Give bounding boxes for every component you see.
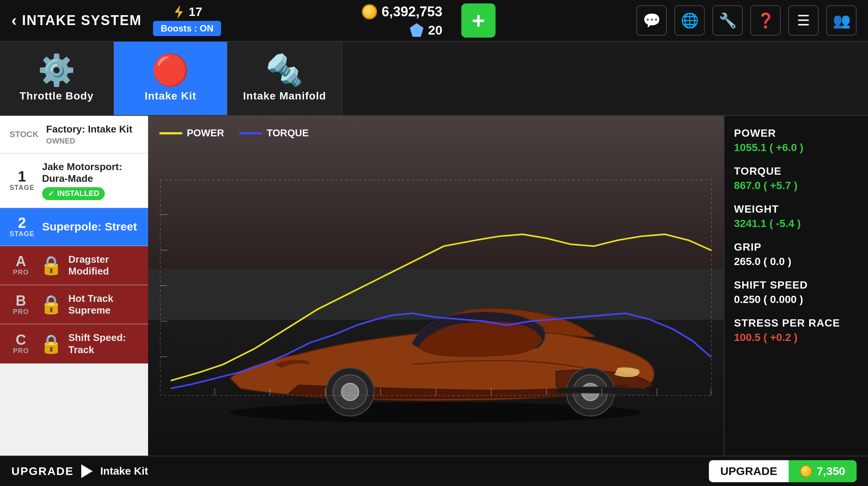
coin-icon: [362, 4, 377, 19]
pro-b-label: PRO: [13, 308, 29, 316]
stat-shift-speed-label: SHIFT SPEED: [734, 279, 859, 291]
chat-button[interactable]: 💬: [636, 5, 667, 36]
tab-intake-kit[interactable]: 🔴 Intake Kit: [114, 42, 228, 115]
owned-badge: OWNED: [46, 137, 139, 145]
stat-weight-value: 3241.1 ( -5.4 ): [734, 218, 859, 230]
stock-stage-label: STOCK: [9, 129, 39, 139]
menu-button[interactable]: ☰: [788, 5, 819, 36]
pro-c-num: C: [16, 333, 26, 347]
upgrade-name-pro-b: Hot Track Supreme: [68, 293, 139, 316]
pro-c-badge: C PRO: [9, 333, 32, 355]
pro-a-badge: A PRO: [9, 254, 32, 276]
lightning-badge: 17: [172, 5, 202, 19]
chart-legend: POWER TORQUE: [159, 127, 712, 139]
stage2-label: STAGE: [9, 230, 35, 238]
lock-icon-container-a: 🔒: [40, 255, 63, 276]
upgrade-item-name: Intake Kit: [100, 465, 148, 477]
stat-grip-label: GRIP: [734, 241, 859, 253]
page-title: INTAKE SYSTEM: [22, 13, 142, 28]
chart-svg: [159, 150, 712, 425]
globe-button[interactable]: 🌐: [674, 5, 705, 36]
globe-icon: 🌐: [681, 12, 699, 29]
upgrade-item-pro-b[interactable]: B PRO 🔒 Hot Track Supreme: [0, 285, 148, 324]
upgrade-item-stage2[interactable]: 2 STAGE Superpole: Street: [0, 208, 148, 246]
stats-panel: POWER 1055.1 ( +6.0 ) TORQUE 867.0 ( +5.…: [724, 116, 868, 456]
header-center: 6,392,753 20 +: [362, 3, 496, 38]
stat-stress-value: 100.5 ( +0.2 ): [734, 331, 859, 344]
upgrade-item-pro-a[interactable]: A PRO 🔒 Dragster Modified: [0, 246, 148, 285]
social-button[interactable]: 👥: [826, 5, 857, 36]
upgrade-label-section: UPGRADE Intake Kit: [11, 464, 148, 478]
diamonds-value: 20: [428, 23, 442, 38]
upgrade-text: UPGRADE: [11, 465, 74, 478]
stat-shift-speed-value: 0.250 ( 0.000 ): [734, 293, 859, 306]
stat-power: POWER 1055.1 ( +6.0 ): [734, 127, 859, 154]
pro-c-label: PRO: [13, 347, 29, 355]
back-button[interactable]: ‹ INTAKE SYSTEM: [11, 11, 142, 30]
stat-stress: STRESS PER RACE 100.5 ( +0.2 ): [734, 317, 859, 344]
stage2-num: 2: [18, 216, 26, 230]
price-coin-icon: [800, 465, 812, 477]
upgrade-price-section[interactable]: UPGRADE 7,350: [709, 460, 857, 482]
upgrade-name-stock: Factory: Intake Kit: [46, 123, 139, 135]
back-arrow-icon: ‹: [11, 11, 17, 30]
lightning-count: 17: [189, 5, 202, 19]
menu-icon: ☰: [797, 12, 810, 29]
upgrade-info-pro-c: Shift Speed: Track: [68, 332, 139, 355]
power-legend-item: POWER: [159, 127, 224, 139]
torque-legend-label: TORQUE: [267, 127, 309, 139]
help-button[interactable]: ❓: [750, 5, 781, 36]
car-view: POWER TORQUE: [148, 116, 724, 456]
boosts-button[interactable]: Boosts : ON: [153, 21, 221, 36]
upgrade-info-stage2: Superpole: Street: [42, 220, 139, 234]
tab-intake-manifold[interactable]: 🔩 Intake Manifold: [228, 42, 342, 115]
wrench-button[interactable]: 🔧: [712, 5, 743, 36]
stat-stress-label: STRESS PER RACE: [734, 317, 859, 329]
stat-weight: WEIGHT 3241.1 ( -5.4 ): [734, 203, 859, 230]
checkmark-icon: ✓: [48, 189, 54, 198]
torque-legend-item: TORQUE: [239, 127, 309, 139]
play-icon: [81, 464, 93, 478]
stat-power-label: POWER: [734, 127, 859, 139]
wrench-icon: 🔧: [719, 12, 737, 29]
stage1-badge: 1 STAGE: [9, 169, 35, 192]
price-tag: 7,350: [789, 460, 857, 482]
diamonds-display: 20: [410, 23, 442, 38]
upgrade-item-pro-c[interactable]: C PRO 🔒 Shift Speed: Track: [0, 324, 148, 363]
intake-manifold-icon: 🔩: [265, 55, 303, 85]
tabs-row: ⚙️ Throttle Body 🔴 Intake Kit 🔩 Intake M…: [0, 42, 868, 116]
power-legend-label: POWER: [187, 127, 224, 139]
tab-throttle-body[interactable]: ⚙️ Throttle Body: [0, 42, 114, 115]
upgrade-info-pro-a: Dragster Modified: [68, 254, 139, 277]
upgrade-button[interactable]: UPGRADE: [709, 460, 789, 482]
stat-torque-label: TORQUE: [734, 165, 859, 177]
header-left: ‹ INTAKE SYSTEM 17 Boosts : ON: [11, 5, 221, 36]
coins-value: 6,392,753: [382, 4, 442, 20]
upgrade-item-stage1[interactable]: 1 STAGE Jake Motorsport: Dura-Made ✓ INS…: [0, 153, 148, 208]
boost-section: 17 Boosts : ON: [153, 5, 221, 36]
svg-rect-7: [160, 180, 712, 396]
diamond-icon: [410, 23, 423, 37]
price-value: 7,350: [817, 465, 845, 478]
lock-icon-c: 🔒: [40, 333, 63, 355]
stage1-num: 1: [18, 169, 26, 184]
main-layout: STOCK Factory: Intake Kit OWNED 1 STAGE …: [0, 116, 868, 456]
upgrade-name-pro-c: Shift Speed: Track: [68, 332, 139, 355]
upgrade-item-stock[interactable]: STOCK Factory: Intake Kit OWNED: [0, 116, 148, 153]
stage1-label: STAGE: [9, 184, 35, 192]
stat-grip-value: 265.0 ( 0.0 ): [734, 256, 859, 268]
add-currency-button[interactable]: +: [461, 3, 496, 38]
upgrade-info-pro-b: Hot Track Supreme: [68, 293, 139, 316]
stage2-badge: 2 STAGE: [9, 216, 35, 238]
stat-torque-value: 867.0 ( +5.7 ): [734, 180, 859, 192]
upgrade-name-pro-a: Dragster Modified: [68, 254, 139, 277]
power-legend-line: [159, 132, 182, 134]
installed-label: INSTALLED: [57, 189, 99, 198]
header: ‹ INTAKE SYSTEM 17 Boosts : ON 6,392,753…: [0, 0, 868, 42]
stat-weight-label: WEIGHT: [734, 203, 859, 215]
stat-shift-speed: SHIFT SPEED 0.250 ( 0.000 ): [734, 279, 859, 306]
upgrade-info-stock: Factory: Intake Kit OWNED: [46, 123, 139, 145]
question-icon: ❓: [757, 12, 775, 29]
upgrade-name-stage1: Jake Motorsport: Dura-Made: [42, 161, 139, 185]
tab-intake-kit-label: Intake Kit: [145, 90, 196, 102]
